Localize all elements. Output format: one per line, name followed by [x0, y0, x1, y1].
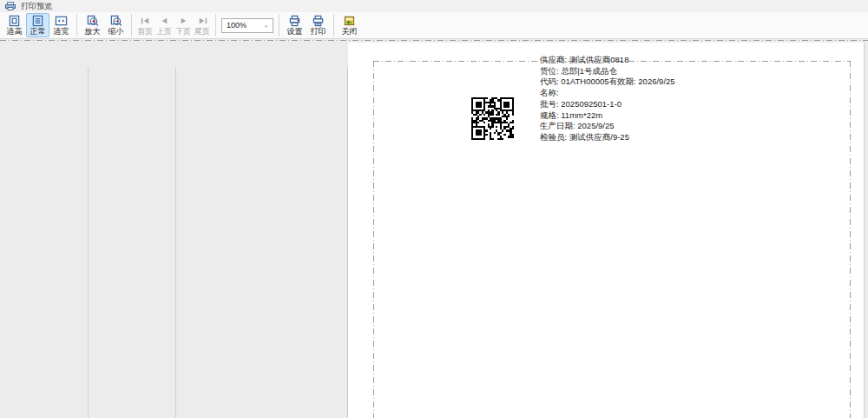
- fit-height-button[interactable]: 适高: [3, 13, 26, 37]
- label-line-name: 名称:: [540, 88, 675, 99]
- column-guide-line: [88, 67, 89, 418]
- zoom-out-button[interactable]: 缩小: [104, 13, 128, 37]
- button-label: 放大: [85, 27, 101, 36]
- button-label: 首页: [137, 27, 153, 36]
- zoom-level-select[interactable]: 100% ⌄: [221, 18, 273, 33]
- printer-settings-icon: [288, 15, 301, 27]
- button-label: 关闭: [342, 27, 358, 36]
- fit-width-button[interactable]: 适宽: [49, 13, 73, 37]
- preview-canvas[interactable]: 供应商: 测试供应商0818 货位: 总部|1号成品仓 代码: 01ATH000…: [0, 39, 868, 418]
- fit-height-icon: [8, 15, 21, 27]
- button-label: 上页: [156, 27, 172, 36]
- zoom-out-icon: [109, 15, 122, 27]
- button-label: 设置: [287, 27, 303, 36]
- page-break-guide-line: [0, 40, 868, 41]
- label-line-supplier: 供应商: 测试供应商0818: [540, 55, 675, 66]
- toolbar-separator: [333, 14, 334, 36]
- first-page-icon: [139, 15, 152, 27]
- preview-page: 供应商: 测试供应商0818 货位: 总部|1号成品仓 代码: 01ATH000…: [348, 43, 865, 418]
- first-page-button[interactable]: 首页: [135, 13, 155, 37]
- last-page-icon: [196, 15, 209, 27]
- fit-width-icon: [55, 15, 68, 27]
- label-line-inspector: 检验员: 测试供应商/9-25: [540, 132, 675, 143]
- label-line-prod-date: 生产日期: 2025/9/25: [540, 121, 675, 132]
- normal-view-icon: [31, 15, 44, 27]
- close-exit-icon: [343, 15, 356, 27]
- next-page-icon: [177, 15, 190, 27]
- label-line-batch: 批号: 2025092501-1-0: [540, 99, 675, 110]
- zoom-level-value: 100%: [227, 21, 247, 30]
- margin-guide-right: [850, 61, 851, 418]
- print-settings-button[interactable]: 设置: [283, 13, 306, 37]
- zoom-in-button[interactable]: 放大: [81, 13, 104, 37]
- last-page-button[interactable]: 尾页: [193, 13, 212, 37]
- close-button[interactable]: 关闭: [338, 13, 361, 37]
- prev-page-icon: [158, 15, 171, 27]
- normal-view-button[interactable]: 正常: [26, 13, 49, 37]
- next-page-button[interactable]: 下页: [174, 13, 193, 37]
- label-line-location: 货位: 总部|1号成品仓: [540, 66, 675, 77]
- title-bar: 打印预览: [0, 0, 868, 12]
- print-preview-window: 打印预览 适高 正常 适宽: [0, 0, 868, 418]
- toolbar-separator: [131, 14, 132, 36]
- button-label: 打印: [311, 27, 326, 36]
- toolbar: 适高 正常 适宽: [0, 12, 868, 39]
- toolbar-separator: [215, 14, 216, 36]
- toolbar-separator: [279, 14, 279, 36]
- printer-icon: [312, 15, 325, 27]
- printer-icon: [5, 2, 16, 10]
- qr-code: [471, 97, 514, 140]
- print-button[interactable]: 打印: [306, 13, 330, 37]
- label-line-code-expiry: 代码: 01ATH00005有效期: 2026/9/25: [540, 76, 675, 88]
- button-label: 缩小: [108, 27, 124, 36]
- button-label: 适宽: [54, 27, 69, 36]
- window-title: 打印预览: [21, 1, 52, 12]
- chevron-down-icon: ⌄: [263, 22, 269, 28]
- label-line-spec: 规格: 11mm*22m: [540, 110, 675, 122]
- page-edge: [864, 43, 865, 418]
- button-label: 下页: [175, 27, 191, 36]
- label-text-block: 供应商: 测试供应商0818 货位: 总部|1号成品仓 代码: 01ATH000…: [540, 55, 675, 143]
- button-label: 尾页: [194, 27, 210, 36]
- button-label: 正常: [30, 27, 46, 36]
- zoom-in-icon: [86, 15, 99, 27]
- button-label: 适高: [7, 27, 23, 36]
- page-edge: [347, 67, 348, 418]
- toolbar-separator: [76, 14, 77, 36]
- prev-page-button[interactable]: 上页: [155, 13, 174, 37]
- margin-guide-left: [373, 61, 374, 418]
- column-guide-line: [175, 67, 176, 418]
